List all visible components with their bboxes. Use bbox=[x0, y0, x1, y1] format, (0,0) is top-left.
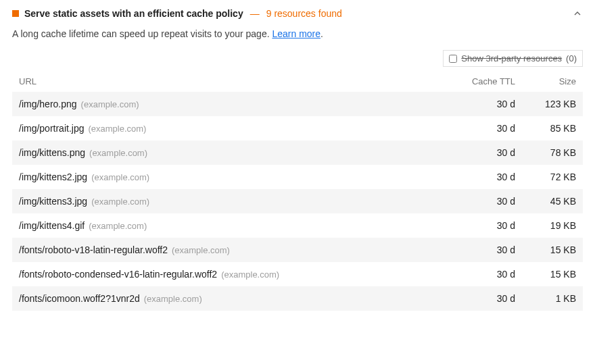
url-path: /img/kittens3.jpg bbox=[19, 196, 87, 207]
table-row: /fonts/roboto-v18-latin-regular.woff2(ex… bbox=[12, 238, 583, 262]
audit-description: A long cache lifetime can speed up repea… bbox=[12, 28, 583, 39]
size-cell: 45 KB bbox=[515, 196, 576, 207]
size-cell: 123 KB bbox=[515, 99, 576, 109]
third-party-count: (0) bbox=[566, 53, 577, 63]
url-cell: /img/kittens3.jpg(example.com) bbox=[19, 196, 441, 207]
audit-title: Serve static assets with an efficient ca… bbox=[24, 8, 243, 19]
ttl-cell: 30 d bbox=[441, 147, 515, 158]
col-header-ttl: Cache TTL bbox=[441, 76, 515, 86]
url-domain: (example.com) bbox=[89, 148, 147, 158]
ttl-cell: 30 d bbox=[441, 99, 515, 109]
url-domain: (example.com) bbox=[89, 221, 147, 231]
url-domain: (example.com) bbox=[91, 197, 149, 207]
url-path: /fonts/roboto-v18-latin-regular.woff2 bbox=[19, 244, 168, 255]
url-cell: /img/kittens2.jpg(example.com) bbox=[19, 172, 441, 182]
col-header-url: URL bbox=[19, 76, 441, 86]
ttl-cell: 30 d bbox=[441, 196, 515, 207]
table-row: /img/kittens4.gif(example.com)30 d19 KB bbox=[12, 213, 583, 238]
ttl-cell: 30 d bbox=[441, 244, 515, 255]
table-row: /fonts/icomoon.woff2?1vnr2d(example.com)… bbox=[12, 286, 583, 311]
table-body: /img/hero.png(example.com)30 d123 KB/img… bbox=[12, 92, 583, 311]
size-cell: 85 KB bbox=[515, 123, 576, 134]
url-path: /img/portrait.jpg bbox=[19, 123, 84, 134]
url-domain: (example.com) bbox=[221, 269, 279, 280]
learn-more-link[interactable]: Learn more bbox=[272, 28, 320, 39]
url-path: /img/kittens.png bbox=[19, 147, 85, 158]
table-row: /img/kittens.png(example.com)30 d78 KB bbox=[12, 140, 583, 165]
url-domain: (example.com) bbox=[144, 294, 202, 304]
table-row: /fonts/roboto-condensed-v16-latin-regula… bbox=[12, 262, 583, 286]
third-party-checkbox[interactable] bbox=[449, 55, 457, 63]
table-row: /img/portrait.jpg(example.com)30 d85 KB bbox=[12, 116, 583, 140]
ttl-cell: 30 d bbox=[441, 220, 515, 231]
description-period: . bbox=[320, 28, 323, 39]
url-cell: /fonts/icomoon.woff2?1vnr2d(example.com) bbox=[19, 293, 441, 304]
url-domain: (example.com) bbox=[81, 99, 139, 109]
url-path: /fonts/roboto-condensed-v16-latin-regula… bbox=[19, 269, 217, 280]
url-cell: /img/kittens4.gif(example.com) bbox=[19, 220, 441, 231]
resource-count: 9 resources found bbox=[266, 8, 342, 19]
severity-icon bbox=[12, 10, 19, 17]
ttl-cell: 30 d bbox=[441, 269, 515, 280]
url-domain: (example.com) bbox=[172, 245, 230, 255]
size-cell: 1 KB bbox=[515, 293, 576, 304]
col-header-size: Size bbox=[515, 76, 576, 86]
third-party-toggle[interactable]: Show 3rd-party resources (0) bbox=[443, 50, 583, 67]
size-cell: 72 KB bbox=[515, 172, 576, 182]
table-row: /img/kittens2.jpg(example.com)30 d72 KB bbox=[12, 165, 583, 189]
audit-panel: Serve static assets with an efficient ca… bbox=[0, 0, 595, 319]
ttl-cell: 30 d bbox=[441, 293, 515, 304]
size-cell: 19 KB bbox=[515, 220, 576, 231]
url-path: /fonts/icomoon.woff2?1vnr2d bbox=[19, 293, 140, 304]
url-domain: (example.com) bbox=[91, 172, 149, 182]
table-row: /img/kittens3.jpg(example.com)30 d45 KB bbox=[12, 189, 583, 213]
table-header: URL Cache TTL Size bbox=[12, 71, 583, 92]
url-path: /img/kittens2.jpg bbox=[19, 172, 87, 182]
url-cell: /img/hero.png(example.com) bbox=[19, 99, 441, 109]
url-cell: /fonts/roboto-v18-latin-regular.woff2(ex… bbox=[19, 244, 441, 255]
url-cell: /img/kittens.png(example.com) bbox=[19, 147, 441, 158]
third-party-row: Show 3rd-party resources (0) bbox=[12, 50, 583, 67]
third-party-label: Show 3rd-party resources bbox=[461, 53, 562, 63]
chevron-up-icon[interactable] bbox=[572, 8, 583, 19]
size-cell: 15 KB bbox=[515, 269, 576, 280]
description-text: A long cache lifetime can speed up repea… bbox=[12, 28, 272, 39]
url-path: /img/hero.png bbox=[19, 99, 77, 109]
resources-table: URL Cache TTL Size /img/hero.png(example… bbox=[12, 71, 583, 311]
ttl-cell: 30 d bbox=[441, 123, 515, 134]
url-path: /img/kittens4.gif bbox=[19, 220, 85, 231]
audit-header[interactable]: Serve static assets with an efficient ca… bbox=[12, 8, 583, 19]
url-cell: /fonts/roboto-condensed-v16-latin-regula… bbox=[19, 269, 441, 280]
size-cell: 78 KB bbox=[515, 147, 576, 158]
size-cell: 15 KB bbox=[515, 244, 576, 255]
url-cell: /img/portrait.jpg(example.com) bbox=[19, 123, 441, 134]
ttl-cell: 30 d bbox=[441, 172, 515, 182]
table-row: /img/hero.png(example.com)30 d123 KB bbox=[12, 92, 583, 116]
count-dash: — bbox=[250, 8, 260, 19]
url-domain: (example.com) bbox=[88, 124, 146, 134]
